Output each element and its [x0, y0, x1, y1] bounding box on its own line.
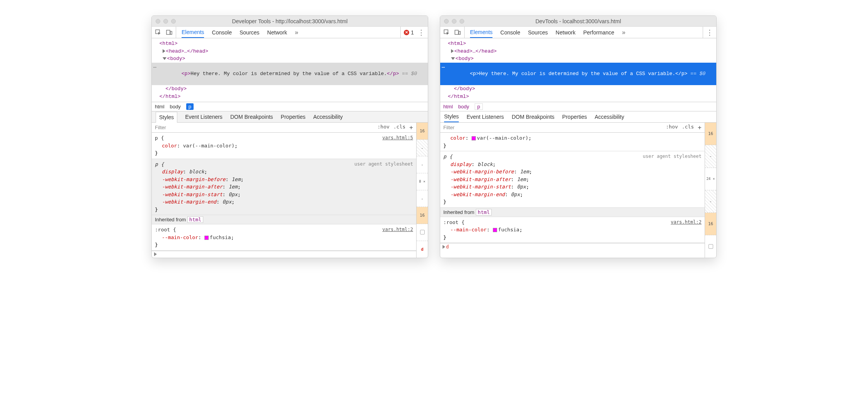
new-rule-button[interactable]: +: [698, 124, 702, 131]
tab-accessibility[interactable]: Accessibility: [313, 111, 343, 122]
inspect-icon[interactable]: [443, 29, 450, 36]
settings-menu-icon[interactable]: ⋮: [418, 28, 425, 37]
inherited-tag[interactable]: html: [187, 216, 203, 223]
inspect-icon[interactable]: [155, 29, 162, 36]
crumb-p[interactable]: p: [186, 103, 194, 110]
zoom-dot[interactable]: [171, 19, 176, 24]
gutter-cell: 16: [417, 207, 428, 224]
color-swatch[interactable]: [204, 236, 209, 240]
tab-console[interactable]: Console: [212, 27, 232, 38]
console-drawer[interactable]: d: [440, 243, 705, 250]
color-swatch[interactable]: [493, 228, 497, 232]
minimize-dot[interactable]: [452, 19, 456, 24]
dom-head[interactable]: <head>…</head>: [166, 48, 208, 54]
device-icon[interactable]: [166, 29, 173, 36]
crumb-html[interactable]: html: [155, 104, 165, 109]
css-value[interactable]: var(--main-color): [477, 135, 528, 141]
css-property[interactable]: --main-color: [162, 234, 198, 240]
tab-event-listeners[interactable]: Event Listeners: [467, 111, 504, 122]
css-value[interactable]: var(--main-color): [183, 143, 235, 149]
tab-network[interactable]: Network: [267, 27, 287, 38]
dom-body-close[interactable]: </body>: [165, 86, 187, 92]
css-value[interactable]: fuchsia: [210, 234, 231, 240]
dom-body-open[interactable]: <body>: [167, 56, 185, 62]
tab-dom-breakpoints[interactable]: DOM Breakpoints: [512, 111, 554, 122]
filter-input[interactable]: Filter: [443, 125, 666, 130]
rule-selector[interactable]: :root {: [443, 219, 465, 225]
tab-console[interactable]: Console: [500, 27, 520, 38]
css-value[interactable]: fuchsia: [498, 227, 520, 233]
dom-body-close[interactable]: </body>: [454, 86, 475, 92]
minimize-dot[interactable]: [163, 19, 168, 24]
css-rule-author[interactable]: vars.html:5 p { color: var(--main-color)…: [152, 133, 416, 159]
new-rule-button[interactable]: +: [409, 124, 413, 131]
ellipsis-icon: …: [442, 63, 445, 70]
crumb-body[interactable]: body: [458, 104, 469, 109]
dom-head[interactable]: <head>…</head>: [455, 48, 497, 54]
close-dot[interactable]: [444, 19, 449, 24]
console-expand-icon[interactable]: [443, 245, 445, 249]
expand-icon[interactable]: [451, 49, 454, 53]
color-swatch[interactable]: [472, 136, 476, 140]
dom-body-open[interactable]: <body>: [456, 56, 474, 62]
error-badge[interactable]: ✕ 1: [404, 29, 414, 36]
tab-network[interactable]: Network: [556, 27, 575, 38]
css-rule-root[interactable]: vars.html:2 :root { --main-color: fuchsi…: [440, 217, 705, 243]
expand-icon[interactable]: [163, 49, 165, 53]
hov-button[interactable]: :hov: [666, 124, 678, 131]
dom-tree[interactable]: <html> <head>…</head> <body> …<p>Hey the…: [152, 38, 428, 102]
tab-sources[interactable]: Sources: [528, 27, 548, 38]
tab-styles[interactable]: Styles: [156, 112, 177, 123]
tab-elements[interactable]: Elements: [182, 27, 204, 38]
collapse-icon[interactable]: [451, 57, 455, 60]
hov-button[interactable]: :hov: [377, 124, 389, 131]
dom-html-close[interactable]: </html>: [160, 94, 181, 99]
rule-source-link[interactable]: vars.html:2: [671, 219, 702, 226]
tab-performance[interactable]: Performance: [583, 27, 614, 38]
dom-html-open[interactable]: <html>: [448, 41, 466, 46]
crumb-p[interactable]: p: [475, 103, 483, 110]
css-property[interactable]: --main-color: [450, 227, 487, 233]
tab-accessibility[interactable]: Accessibility: [595, 111, 624, 122]
console-expand-icon[interactable]: [154, 252, 157, 256]
crumb-html[interactable]: html: [443, 104, 453, 109]
tabs-overflow-icon[interactable]: »: [295, 29, 298, 36]
dom-selected-node[interactable]: …<p>Hey there. My color is determined by…: [440, 63, 716, 86]
rule-selector[interactable]: :root {: [155, 227, 176, 233]
dom-selected-node[interactable]: …<p>Hey there. My color is determined by…: [152, 63, 428, 86]
css-rule-author[interactable]: color: var(--main-color); }: [440, 133, 705, 151]
cls-button[interactable]: .cls: [682, 124, 694, 131]
console-text: d: [446, 244, 449, 250]
dom-tree[interactable]: <html> <head>…</head> <body> …<p>Hey the…: [440, 38, 716, 102]
tabs-overflow-icon[interactable]: »: [622, 29, 626, 36]
tab-event-listeners[interactable]: Event Listeners: [185, 111, 223, 122]
tab-properties[interactable]: Properties: [562, 111, 587, 122]
cls-button[interactable]: .cls: [393, 124, 405, 131]
rule-selector[interactable]: p {: [155, 135, 164, 141]
css-property[interactable]: color: [162, 143, 177, 149]
tab-sources[interactable]: Sources: [240, 27, 259, 38]
checkbox[interactable]: [420, 230, 425, 234]
dom-html-open[interactable]: <html>: [160, 41, 178, 46]
dom-html-close[interactable]: </html>: [448, 94, 469, 99]
filter-input[interactable]: Filter: [155, 125, 377, 130]
device-icon[interactable]: [454, 29, 461, 36]
collapse-icon[interactable]: [163, 57, 166, 60]
tab-dom-breakpoints[interactable]: DOM Breakpoints: [230, 111, 273, 122]
rule-close: }: [155, 149, 413, 157]
rule-source-link[interactable]: vars.html:2: [383, 226, 413, 233]
box-model-gutter: 16 - 24 × - 16: [705, 123, 716, 258]
rule-source-link[interactable]: vars.html:5: [383, 134, 413, 141]
tab-elements[interactable]: Elements: [470, 27, 492, 38]
zoom-dot[interactable]: [460, 19, 464, 24]
error-icon: ✕: [404, 30, 409, 35]
tab-styles[interactable]: Styles: [444, 111, 459, 122]
css-rule-root[interactable]: vars.html:2 :root { --main-color: fuchsi…: [152, 224, 416, 251]
inherited-tag[interactable]: html: [476, 209, 492, 216]
tab-properties[interactable]: Properties: [281, 111, 305, 122]
checkbox[interactable]: [708, 244, 713, 249]
settings-menu-icon[interactable]: ⋮: [706, 28, 713, 37]
css-property[interactable]: color: [450, 135, 465, 141]
crumb-body[interactable]: body: [170, 104, 181, 109]
close-dot[interactable]: [156, 19, 160, 24]
